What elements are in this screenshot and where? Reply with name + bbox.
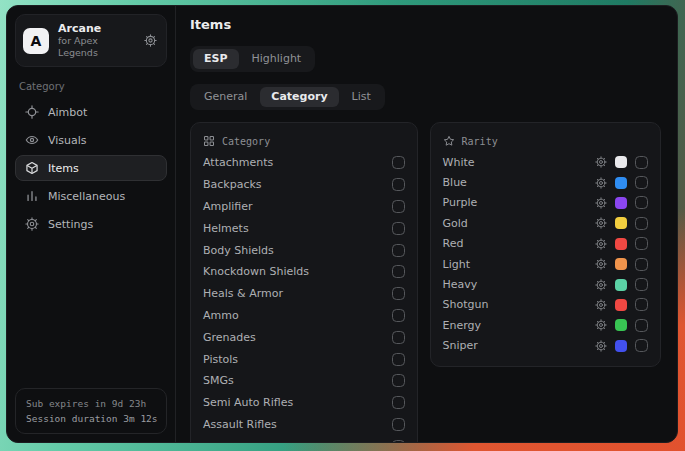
gear-icon[interactable] (595, 217, 607, 229)
toggle-highlight[interactable]: Highlight (241, 49, 313, 69)
category-row-ammo: Ammo (203, 305, 405, 327)
panels-row: Category Attachments Backpacks Amplifier… (190, 122, 661, 442)
checkbox[interactable] (392, 244, 405, 257)
sidebar-item-label: Aimbot (48, 106, 87, 119)
gear-icon[interactable] (595, 299, 607, 311)
crosshair-icon (25, 105, 39, 119)
checkbox[interactable] (392, 287, 405, 300)
color-swatch[interactable] (615, 279, 627, 291)
checkbox[interactable] (635, 278, 648, 291)
gear-icon[interactable] (595, 238, 607, 250)
brand-card: A Arcane for Apex Legends (15, 14, 167, 67)
color-swatch[interactable] (615, 258, 627, 270)
checkbox[interactable] (392, 396, 405, 409)
rarity-row-light: Light (443, 254, 648, 274)
gear-icon[interactable] (595, 258, 607, 270)
mode-toggle: ESP Highlight (190, 46, 315, 72)
checkbox[interactable] (635, 298, 648, 311)
rarity-label: Heavy (443, 278, 478, 291)
checkbox[interactable] (392, 440, 405, 442)
gear-icon[interactable] (595, 197, 607, 209)
rarity-label: Light (443, 258, 470, 271)
app-name: Arcane (58, 22, 135, 35)
checkbox[interactable] (392, 200, 405, 213)
columns-icon (25, 189, 39, 203)
checkbox[interactable] (392, 265, 405, 278)
category-label: SMGs (203, 374, 234, 387)
gear-icon[interactable] (595, 279, 607, 291)
color-swatch[interactable] (615, 177, 627, 189)
gear-icon[interactable] (595, 319, 607, 331)
checkbox[interactable] (635, 176, 648, 189)
sidebar-item-items[interactable]: Items (15, 155, 167, 181)
category-label: Semi Auto Rifles (203, 396, 293, 409)
checkbox[interactable] (635, 217, 648, 230)
rarity-row-purple: Purple (443, 193, 648, 213)
rarity-row-blue: Blue (443, 172, 648, 192)
gear-icon[interactable] (595, 156, 607, 168)
sidebar-item-settings[interactable]: Settings (15, 211, 167, 237)
sidebar-item-miscellaneous[interactable]: Miscellaneous (15, 183, 167, 209)
color-swatch[interactable] (615, 217, 627, 229)
sidebar-item-visuals[interactable]: Visuals (15, 127, 167, 153)
checkbox[interactable] (635, 319, 648, 332)
grid-icon (203, 135, 215, 147)
category-row-semi-auto-rifles: Semi Auto Rifles (203, 392, 405, 414)
checkbox[interactable] (392, 353, 405, 366)
checkbox[interactable] (392, 331, 405, 344)
color-swatch[interactable] (615, 197, 627, 209)
category-row-heals-armor: Heals & Armor (203, 283, 405, 305)
color-swatch[interactable] (615, 340, 627, 352)
checkbox[interactable] (635, 339, 648, 352)
checkbox[interactable] (392, 178, 405, 191)
gear-icon[interactable] (144, 34, 157, 47)
category-label: Backpacks (203, 178, 262, 191)
gear-icon[interactable] (595, 177, 607, 189)
toggle-esp[interactable]: ESP (193, 49, 239, 69)
rarity-row-heavy: Heavy (443, 274, 648, 294)
category-panel-header: Category (203, 127, 405, 152)
sidebar-item-label: Items (48, 162, 79, 175)
sidebar-section-label: Category (19, 81, 163, 92)
color-swatch[interactable] (615, 299, 627, 311)
rarity-row-gold: Gold (443, 213, 648, 233)
page-title: Items (190, 16, 661, 34)
rarity-controls (595, 196, 648, 209)
sidebar-item-label: Miscellaneous (48, 190, 125, 203)
app-subtitle: for Apex Legends (58, 35, 135, 59)
checkbox[interactable] (635, 156, 648, 169)
category-label: Assault Rifles (203, 418, 277, 431)
rarity-row-energy: Energy (443, 315, 648, 335)
tab-bar: General Category List (190, 84, 385, 110)
app-logo: A (23, 28, 49, 54)
color-swatch[interactable] (615, 319, 627, 331)
color-swatch[interactable] (615, 156, 627, 168)
checkbox[interactable] (635, 237, 648, 250)
checkbox[interactable] (392, 374, 405, 387)
rarity-controls (595, 217, 648, 230)
checkbox[interactable] (392, 309, 405, 322)
rarity-controls (595, 258, 648, 271)
tab-category[interactable]: Category (260, 87, 338, 107)
sidebar-item-aimbot[interactable]: Aimbot (15, 99, 167, 125)
subscription-info-card: Sub expires in 9d 23h Session duration 3… (15, 388, 167, 434)
category-row-attachments: Attachments (203, 152, 405, 174)
category-row-smgs: SMGs (203, 370, 405, 392)
rarity-panel-header: Rarity (443, 127, 648, 152)
checkbox[interactable] (635, 258, 648, 271)
session-duration-text: Session duration 3m 12s (26, 411, 156, 426)
gear-icon[interactable] (595, 340, 607, 352)
checkbox[interactable] (392, 418, 405, 431)
checkbox[interactable] (392, 222, 405, 235)
tab-list[interactable]: List (341, 87, 382, 107)
checkbox[interactable] (635, 196, 648, 209)
category-label: Amplifier (203, 200, 253, 213)
category-row-knockdown-shields: Knockdown Shields (203, 261, 405, 283)
eye-icon (25, 133, 39, 147)
category-row-assault-rifles: Assault Rifles (203, 414, 405, 436)
rarity-controls (595, 278, 648, 291)
checkbox[interactable] (392, 156, 405, 169)
color-swatch[interactable] (615, 238, 627, 250)
tab-general[interactable]: General (193, 87, 258, 107)
star-icon (443, 135, 455, 147)
